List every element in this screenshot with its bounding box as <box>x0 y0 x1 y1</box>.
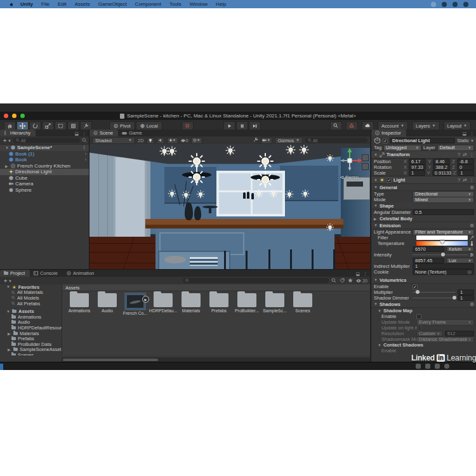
horizontal-scrollbar[interactable] <box>62 357 370 362</box>
hidden-packages-count[interactable]: 20 <box>356 279 367 283</box>
menu-window[interactable]: Window <box>190 1 208 7</box>
gizmos-dropdown[interactable]: Gizmos▼ <box>275 137 303 144</box>
tab-hierarchy[interactable]: Hierarchy <box>0 129 36 136</box>
custom-tool-icon[interactable] <box>80 121 92 130</box>
layout-dropdown[interactable]: Layout▼ <box>444 121 471 130</box>
eyedropper-icon[interactable] <box>470 235 474 240</box>
lock-icon[interactable]: ⬓ <box>462 131 466 136</box>
folder-scenes[interactable]: Scenes <box>289 293 316 313</box>
tree-folder-scenes[interactable]: Scenes <box>0 352 62 355</box>
asset-french-country-kitchen[interactable]: ▶French Co... <box>122 293 149 315</box>
tool-settings-icon[interactable] <box>253 137 258 143</box>
menu-assets[interactable]: Assets <box>75 1 90 7</box>
add-gameobject-button[interactable]: ＋▼ <box>2 138 11 143</box>
tree-folder-materials[interactable]: ▶Materials <box>0 331 62 336</box>
favorites-all-prefabs[interactable]: All Prefabs <box>0 301 62 307</box>
move-tool-icon[interactable] <box>17 121 29 130</box>
intensity-unit-dropdown[interactable]: Lux▼ <box>446 258 474 264</box>
activity-icon[interactable] <box>444 364 449 369</box>
menu-help[interactable]: Help <box>216 1 226 7</box>
minimize-window-button[interactable] <box>12 114 17 118</box>
hierarchy-item-camera[interactable]: Camera <box>0 181 89 187</box>
scale-tool-icon[interactable] <box>42 121 54 130</box>
tab-scene[interactable]: Scene <box>89 129 118 136</box>
transform-tool-icon[interactable] <box>67 121 79 130</box>
lock-icon[interactable]: ⬓ <box>355 272 360 277</box>
position-y-field[interactable]: 8.46 <box>433 159 450 165</box>
tag-dropdown[interactable]: Untagged▼ <box>383 145 421 151</box>
scene-grid-dropdown[interactable]: ▼ <box>191 137 202 144</box>
panel-menu-icon[interactable]: ⋮ <box>82 131 86 136</box>
local-toggle-button[interactable]: Local <box>136 121 162 130</box>
scene-audio-icon[interactable] <box>157 137 164 144</box>
scale-z-field[interactable]: 1 <box>458 170 474 176</box>
update-on-light-movement-checkbox[interactable] <box>416 326 421 331</box>
light-mode-dropdown[interactable]: Mixed▼ <box>413 197 474 203</box>
scene-camera-dropdown[interactable]: ▼ <box>261 137 272 144</box>
apple-logo-icon[interactable] <box>9 2 14 7</box>
search-by-label-icon[interactable] <box>340 278 345 283</box>
tree-folder-probuilder[interactable]: ProBuilder Data <box>0 341 62 347</box>
hierarchy-item-sphere[interactable]: Sphere <box>0 187 89 194</box>
intensity-slider[interactable] <box>413 255 468 256</box>
hierarchy-search-input[interactable]: All <box>13 138 80 143</box>
cache-server-icon[interactable] <box>425 364 430 369</box>
pivot-toggle-button[interactable]: Pivot <box>109 121 135 130</box>
temperature-value-field[interactable]: 6570 <box>413 246 444 253</box>
scene-menu-icon[interactable]: ⋮ <box>82 145 89 150</box>
step-button[interactable] <box>249 121 261 130</box>
position-z-field[interactable]: -6.8 <box>457 159 474 165</box>
light-enabled-checkbox[interactable] <box>387 178 392 183</box>
presets-icon[interactable]: ⇄ <box>463 177 466 183</box>
help-icon[interactable]: ? <box>458 152 460 157</box>
tree-folder-animations[interactable]: Animations <box>0 314 62 320</box>
static-dropdown[interactable]: Static ▼ <box>457 138 474 143</box>
temperature-slider[interactable] <box>416 241 468 246</box>
overlay-button[interactable] <box>362 154 369 161</box>
intensity-presets-icon[interactable] <box>470 253 474 257</box>
statusbar-record-icon[interactable] <box>442 2 447 7</box>
position-x-field[interactable]: 6.17 <box>409 159 426 165</box>
scene-search-input[interactable]: All <box>305 138 367 143</box>
menu-gameobject[interactable]: GameObject <box>98 1 127 7</box>
panel-menu-icon[interactable]: ⋮ <box>363 272 367 277</box>
angular-diameter-field[interactable]: 0.5 <box>413 209 474 216</box>
grid-snap-icon[interactable] <box>182 121 194 130</box>
favorites-all-materials[interactable]: All Materials <box>0 290 62 296</box>
menu-file[interactable]: File <box>41 1 50 7</box>
shadow-map-enable-checkbox[interactable] <box>416 314 421 319</box>
multiplier-value-field[interactable]: 1 <box>458 289 474 296</box>
persp-mode-label[interactable]: ⊲ Persp <box>340 175 359 180</box>
collab-alert-icon[interactable] <box>346 121 358 130</box>
zoom-window-button[interactable] <box>20 114 25 118</box>
override-icon[interactable]: ⚙ <box>470 301 474 307</box>
tab-project[interactable]: Project <box>0 270 30 277</box>
rotation-x-field[interactable]: 97.33 <box>409 164 426 171</box>
search-by-type-icon[interactable] <box>331 278 336 283</box>
2d-toggle-button[interactable]: 2D <box>138 138 144 143</box>
statusbar-display-icon[interactable] <box>453 2 458 7</box>
help-icon[interactable]: ? <box>458 177 460 183</box>
close-window-button[interactable] <box>4 114 8 118</box>
hierarchy-item-book1[interactable]: Book (1)› <box>0 151 89 157</box>
hidden-objects-count[interactable]: 0 <box>181 138 188 143</box>
asset-preview-play-icon[interactable]: ▶ <box>142 296 149 303</box>
hierarchy-item-book[interactable]: Book› <box>0 157 89 163</box>
pause-button[interactable] <box>236 121 248 130</box>
resolution-mode-dropdown[interactable]: Custom▼ <box>416 331 443 337</box>
hierarchy-item-cube[interactable]: Cube <box>0 175 89 182</box>
play-button[interactable] <box>223 121 235 130</box>
folder-prefabs[interactable]: Prefabs <box>206 293 232 313</box>
folder-animations[interactable]: Animations <box>66 293 93 313</box>
menu-unity[interactable]: Unity <box>20 1 33 7</box>
search-icon[interactable] <box>330 121 342 130</box>
favorites-star-icon[interactable] <box>348 278 353 283</box>
menu-component[interactable]: Component <box>135 1 161 7</box>
rotation-z-field[interactable]: 0 <box>457 164 474 171</box>
rotation-y-field[interactable]: 388.2 <box>433 164 450 171</box>
folder-audio[interactable]: Audio <box>94 293 121 313</box>
gameobject-name-field[interactable]: Directional Light <box>390 138 455 144</box>
menu-edit[interactable]: Edit <box>58 1 67 7</box>
light-appearance-dropdown[interactable]: Filter and Temperature▼ <box>413 229 474 235</box>
folder-samplescene[interactable]: SampleSc... <box>261 293 288 313</box>
